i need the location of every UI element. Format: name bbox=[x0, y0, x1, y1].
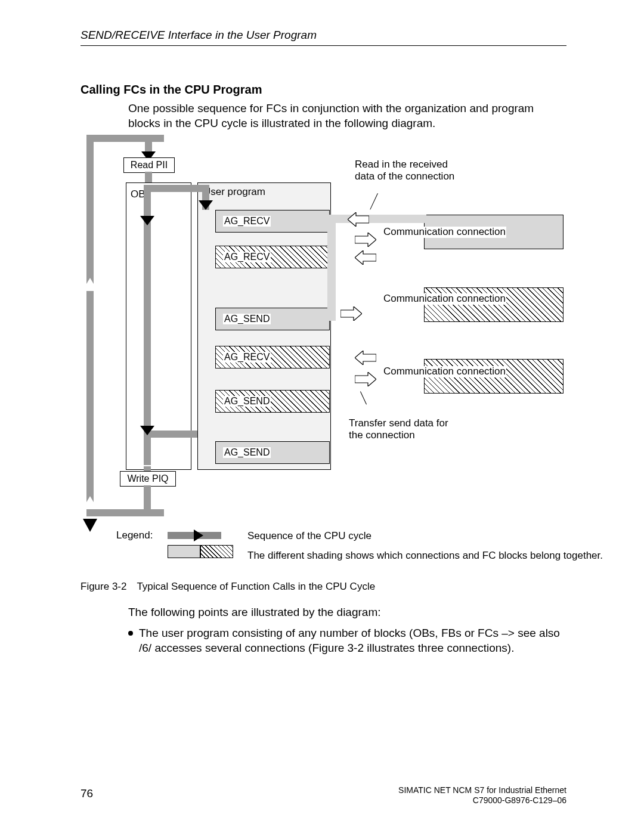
connector-pipe bbox=[145, 172, 152, 182]
svg-marker-5 bbox=[355, 372, 376, 386]
svg-marker-3 bbox=[340, 306, 362, 321]
ob-label: OB bbox=[131, 188, 145, 200]
cpu-cycle-diagram: Read PII OB User program AG_RECV AG_RECV… bbox=[80, 135, 564, 582]
data-flow-right-arrow-icon bbox=[355, 233, 376, 247]
figure-caption: Figure 3-2 Typical Sequence of Function … bbox=[80, 581, 375, 593]
fc-block-ag-send: AG_SEND bbox=[215, 308, 330, 330]
write-piq-box: Write PIQ bbox=[120, 471, 176, 487]
read-pii-box: Read PII bbox=[123, 157, 175, 173]
arrow-up-icon bbox=[82, 278, 98, 291]
arrow-down-icon bbox=[199, 200, 213, 210]
document-page: SEND/RECEIVE Interface in the User Progr… bbox=[0, 0, 644, 833]
arrow-down-icon bbox=[140, 426, 154, 435]
body-paragraph: The following points are illustrated by … bbox=[128, 605, 566, 620]
data-flow-right-arrow-icon bbox=[355, 372, 376, 386]
bullet-dot-icon bbox=[128, 631, 133, 636]
ob-box bbox=[126, 182, 191, 470]
bullet-text: The user program consisting of any numbe… bbox=[139, 626, 566, 655]
user-program-label: User program bbox=[203, 186, 265, 198]
legend-solid-box bbox=[168, 545, 200, 558]
figure-caption-text: Typical Sequence of Function Calls in th… bbox=[137, 581, 375, 592]
cycle-left-rail bbox=[86, 135, 94, 516]
legend-arrow-swatch bbox=[168, 532, 221, 539]
comm-connection-label: Communication connection bbox=[383, 293, 506, 305]
legend-graphics bbox=[168, 529, 239, 569]
fc-label: AG_SEND bbox=[223, 447, 271, 458]
comm-connection-label: Communication connection bbox=[383, 227, 506, 238]
svg-marker-2 bbox=[355, 250, 376, 265]
annotation-transfer-send: Transfer send data for the connection bbox=[349, 417, 456, 441]
cycle-bottom-bar bbox=[86, 509, 164, 516]
data-flow-left-arrow-icon bbox=[348, 212, 369, 227]
fc-block-ag-send: AG_SEND bbox=[215, 441, 330, 464]
fc-conn-pipe bbox=[327, 223, 336, 321]
arrow-up-icon bbox=[82, 496, 98, 509]
bullet-item: The user program consisting of any numbe… bbox=[128, 626, 566, 655]
running-head: SEND/RECEIVE Interface in the User Progr… bbox=[80, 29, 566, 46]
fc-block-ag-recv: AG_RECV bbox=[215, 210, 330, 233]
leader-line bbox=[360, 391, 367, 404]
leader-line bbox=[370, 193, 378, 210]
page-number: 76 bbox=[80, 787, 93, 800]
annotation-read-recv: Read in the received data of the connect… bbox=[355, 159, 456, 182]
fc-label: AG_RECV bbox=[223, 216, 271, 227]
legend-hatch-box bbox=[200, 545, 233, 558]
fc-label: AG_RECV bbox=[223, 352, 271, 363]
legend-shading-text: The different shading shows which connec… bbox=[247, 549, 603, 562]
fc-block-ag-recv: AG_RECV bbox=[215, 346, 330, 368]
legend-shading-swatch bbox=[168, 545, 233, 558]
svg-marker-0 bbox=[348, 212, 369, 227]
fc-label: AG_SEND bbox=[223, 314, 271, 324]
fc-label: AG_SEND bbox=[223, 396, 271, 407]
cycle-top-bar bbox=[86, 135, 164, 142]
svg-marker-4 bbox=[355, 351, 376, 365]
arrow-down-icon bbox=[140, 216, 154, 225]
fc-label: AG_RECV bbox=[223, 252, 271, 262]
data-flow-left-arrow-icon bbox=[355, 250, 376, 265]
footer-line1: SIMATIC NET NCM S7 for Industrial Ethern… bbox=[398, 785, 566, 795]
legend-descriptions: Sequence of the CPU cycle The different … bbox=[247, 529, 603, 569]
intro-paragraph: One possible sequence for FCs in conjunc… bbox=[128, 101, 566, 131]
data-flow-right-arrow-icon bbox=[340, 306, 362, 321]
legend-seq-text: Sequence of the CPU cycle bbox=[247, 529, 603, 542]
data-flow-left-arrow-icon bbox=[355, 351, 376, 365]
svg-marker-1 bbox=[355, 233, 376, 247]
cycle-down-arrow bbox=[145, 136, 152, 154]
footer-line2: C79000-G8976-C129–06 bbox=[398, 795, 566, 806]
fc-block-ag-recv: AG_RECV bbox=[215, 246, 330, 268]
section-heading: Calling FCs in the CPU Program bbox=[80, 83, 262, 97]
ob-vert-pipe bbox=[144, 185, 151, 465]
legend-label: Legend: bbox=[116, 529, 159, 569]
figure-number: Figure 3-2 bbox=[80, 581, 134, 593]
bottom-pipe bbox=[144, 485, 151, 509]
footer-right: SIMATIC NET NCM S7 for Industrial Ethern… bbox=[398, 785, 566, 806]
fc-block-ag-send: AG_SEND bbox=[215, 390, 330, 413]
comm-connection-label: Communication connection bbox=[383, 366, 506, 377]
diagram-legend: Legend: Sequence of the CPU cycle The di… bbox=[116, 529, 603, 569]
ob-userprog-pipe bbox=[151, 185, 208, 192]
fc-conn-pipe bbox=[321, 215, 426, 223]
